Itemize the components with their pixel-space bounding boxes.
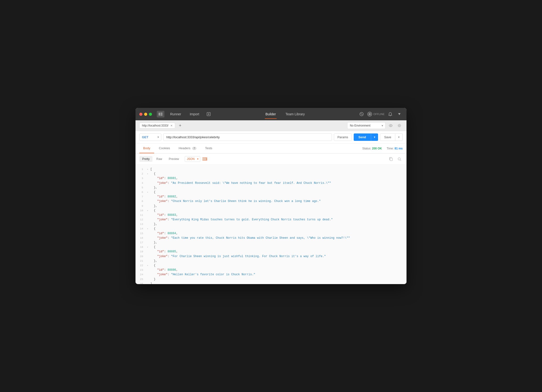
code-line: 5 },: [136, 185, 406, 190]
params-button[interactable]: Params: [334, 133, 352, 141]
line-arrow: ▾: [147, 227, 149, 231]
line-number: 22: [136, 264, 147, 268]
code-text: {: [150, 263, 156, 268]
line-number: 18: [136, 245, 147, 249]
svg-line-17: [400, 160, 401, 161]
tests-tab-label: Tests: [205, 146, 212, 150]
save-dropdown-button[interactable]: ▼: [395, 133, 403, 141]
code-line: 16 "joke": "Each time you rate this, Chu…: [136, 236, 406, 240]
code-line: 11 "id": 88883,: [136, 213, 406, 217]
line-arrow: ▾: [147, 209, 149, 212]
code-text: {: [150, 172, 156, 176]
code-text: {: [150, 227, 156, 231]
code-line: 17 },: [136, 240, 406, 245]
minimize-button[interactable]: [144, 113, 147, 116]
headers-badge: 7: [192, 147, 196, 150]
code-text: "joke": "For Charlie Sheen winning is ju…: [150, 254, 326, 259]
body-toolbar: Pretty Raw Preview JSON XML HTML Text ▼: [136, 154, 406, 165]
environment-section: No Environment ▼: [347, 122, 403, 129]
line-number: 5: [136, 186, 147, 190]
code-line: 19 "id": 88885,: [136, 249, 406, 254]
code-text: [: [150, 167, 152, 172]
runner-button[interactable]: Runner: [167, 111, 184, 117]
svg-rect-15: [390, 158, 392, 161]
status-prefix: Status:: [362, 147, 371, 150]
code-line: 21 },: [136, 259, 406, 263]
line-arrow: ▾: [147, 168, 149, 171]
new-tab-button[interactable]: [205, 111, 212, 118]
menu-down-button[interactable]: [396, 111, 403, 117]
close-button[interactable]: [139, 113, 142, 116]
eye-icon-button[interactable]: [387, 122, 394, 129]
tab-builder[interactable]: Builder: [261, 110, 281, 118]
nav-right: OFFLINE: [358, 111, 403, 117]
code-line: 1▾[: [136, 167, 406, 172]
sidebar-toggle-button[interactable]: [157, 111, 164, 117]
line-number: 1: [136, 167, 147, 172]
code-line: 14▾ {: [136, 227, 406, 231]
cookies-tab-label: Cookies: [159, 146, 170, 150]
code-text: ]: [150, 282, 152, 284]
view-preview-button[interactable]: Preview: [166, 156, 182, 162]
code-text: "id": 88886,: [150, 268, 178, 272]
code-line: 3 "id": 88881,: [136, 176, 406, 181]
line-number: 11: [136, 213, 147, 217]
traffic-lights: [139, 113, 152, 116]
environment-select[interactable]: No Environment: [347, 122, 385, 129]
line-arrow: ▾: [147, 246, 149, 249]
svg-point-8: [390, 116, 391, 116]
tab-team-library[interactable]: Team Library: [281, 110, 309, 118]
code-text: "joke": "Each time you rate this, Chuck …: [150, 236, 350, 240]
send-group: Send ▼: [354, 133, 378, 141]
line-number: 8: [136, 199, 147, 204]
import-button[interactable]: Import: [187, 111, 202, 117]
line-number: 19: [136, 250, 147, 254]
tab-tests[interactable]: Tests: [201, 143, 216, 153]
view-pretty-button[interactable]: Pretty: [139, 156, 152, 162]
body-tab-label: Body: [143, 146, 150, 150]
wrap-button[interactable]: [201, 155, 208, 163]
body-toolbar-right: [387, 156, 403, 162]
svg-marker-9: [398, 113, 401, 115]
code-text: "id": 88881,: [150, 176, 178, 181]
sync-icon-button[interactable]: [358, 111, 365, 117]
tab-body[interactable]: Body: [139, 143, 154, 153]
code-line: 23 "id": 88886,: [136, 268, 406, 272]
url-input[interactable]: [163, 133, 332, 141]
line-number: 14: [136, 227, 147, 231]
method-select-wrapper: GET POST PUT DELETE ▼: [139, 133, 161, 141]
code-text: "id": 88882,: [150, 195, 178, 199]
notifications-button[interactable]: [387, 111, 394, 117]
format-select[interactable]: JSON XML HTML Text: [185, 156, 200, 162]
status-label: Status: 200 OK: [362, 147, 382, 150]
settings-icon-button[interactable]: [396, 122, 403, 129]
view-raw-button[interactable]: Raw: [153, 156, 165, 162]
line-number: 6: [136, 190, 147, 195]
method-select[interactable]: GET POST PUT DELETE: [139, 133, 161, 141]
send-dropdown-button[interactable]: ▼: [371, 133, 378, 141]
add-tab-button[interactable]: +: [177, 122, 183, 129]
tab-url-label: http://localhost:3333/: [142, 124, 168, 127]
save-button[interactable]: Save: [380, 133, 395, 141]
maximize-button[interactable]: [149, 113, 152, 116]
format-select-wrapper: JSON XML HTML Text ▼: [185, 156, 200, 162]
headers-tab-label: Headers: [179, 146, 190, 150]
search-button[interactable]: [396, 156, 403, 162]
line-arrow: ▾: [147, 191, 149, 194]
code-text: {: [150, 190, 156, 195]
line-arrow: ▾: [147, 264, 149, 267]
tab-headers[interactable]: Headers 7: [175, 143, 200, 153]
copy-button[interactable]: [387, 156, 394, 162]
code-line: 4 "joke": "As President Roosevelt said: …: [136, 181, 406, 185]
send-button[interactable]: Send: [354, 133, 371, 141]
code-text: },: [150, 204, 157, 208]
code-line: 7 "id": 88882,: [136, 195, 406, 199]
svg-point-7: [360, 112, 363, 116]
line-arrow: ▾: [147, 172, 149, 176]
line-number: 26: [136, 282, 147, 284]
line-number: 7: [136, 195, 147, 199]
line-number: 17: [136, 241, 147, 245]
tab-cookies[interactable]: Cookies: [155, 143, 174, 153]
code-text: },: [150, 185, 157, 190]
tab-close-button[interactable]: ✕: [170, 124, 173, 127]
